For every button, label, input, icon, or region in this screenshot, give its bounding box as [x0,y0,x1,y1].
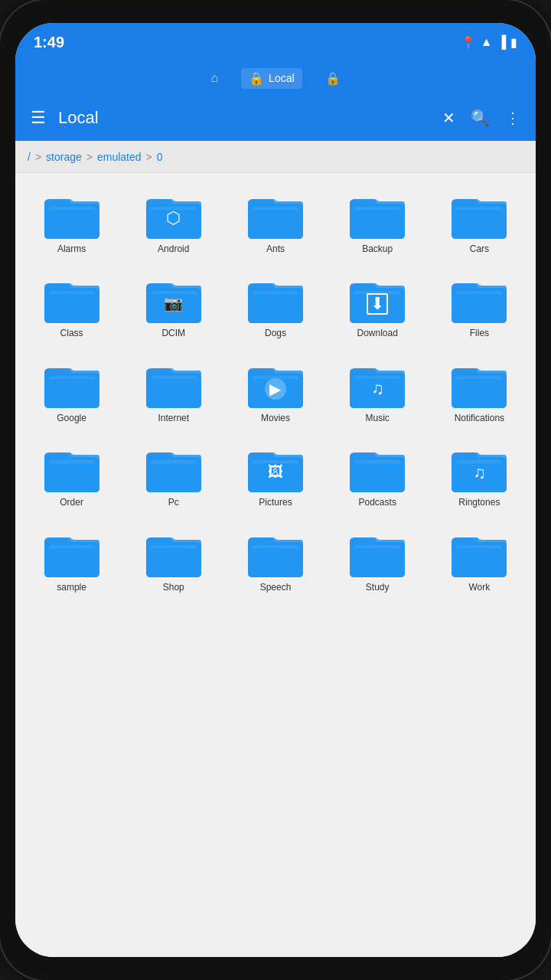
folder-name: Shop [163,582,184,593]
wifi-icon: ▲ [481,35,493,49]
folder-icon-wrap [143,527,204,579]
folder-icon-wrap: ⬡ [143,188,204,240]
folder-name: Android [158,243,189,254]
folder-item-notifications[interactable]: Notifications [431,350,528,430]
folder-item-files[interactable]: Files [431,265,528,345]
folder-grid: Alarms ⬡Android Ants Backup Cars [15,173,536,957]
folder-item-ringtones[interactable]: ♫Ringtones [431,434,528,514]
folder-item-speech[interactable]: Speech [227,519,324,599]
breadcrumb: / > storage > emulated > 0 [15,141,536,173]
folder-item-study[interactable]: Study [329,519,426,599]
home-icon: ⌂ [210,71,218,85]
folder-name: Pc [168,497,179,508]
page-title: Local [58,108,430,128]
folder-icon-wrap [448,358,510,410]
folder-name: Ants [266,243,285,254]
folder-item-dogs[interactable]: Dogs [227,265,324,345]
top-actions: ✕ 🔍 ⋮ [442,109,520,127]
menu-icon[interactable]: ☰ [31,108,46,128]
tab-local[interactable]: 🔒 Local [241,68,302,89]
folder-name: Work [469,582,491,593]
more-button[interactable]: ⋮ [505,109,520,127]
folder-icon-wrap [245,188,306,240]
folder-name: Internet [158,413,189,423]
folder-name: Ringtones [458,497,500,508]
breadcrumb-emulated[interactable]: emulated [97,151,142,163]
top-bar: ☰ Local ✕ 🔍 ⋮ [15,95,536,141]
folder-name: Study [366,582,390,593]
breadcrumb-sep3: > [146,151,152,163]
folder-icon-wrap: 🖼 [245,442,306,494]
folder-item-sample[interactable]: sample [23,519,120,599]
folder-icon-wrap [448,188,510,240]
folder-name: Google [57,413,86,423]
folder-icon-wrap: ▶ [245,358,306,410]
folder-name: Podcasts [359,497,396,508]
close-button[interactable]: ✕ [442,109,455,127]
folder-name: Movies [261,413,290,423]
folder-name: Speech [260,582,292,593]
signal-icon: ▐ [497,35,506,49]
folder-item-shop[interactable]: Shop [125,519,222,599]
folder-item-backup[interactable]: Backup [329,181,426,260]
breadcrumb-sep2: > [86,151,93,163]
folder-item-alarms[interactable]: Alarms [23,181,120,260]
battery-icon: ▮ [510,35,517,50]
folder-name: Files [470,328,489,338]
folder-icon-wrap [41,358,103,410]
folder-name: DCIM [161,328,185,338]
phone-frame: 1:49 📍 ▲ ▐ ▮ ⌂ 🔒 Local 🔒 ☰ Local [0,0,551,980]
folder-icon-wrap [448,273,510,325]
folder-name: Music [366,413,390,423]
breadcrumb-root[interactable]: / [28,151,31,163]
folder-item-order[interactable]: Order [23,434,120,514]
folder-icon-wrap [41,273,103,325]
folder-name: Order [60,497,83,508]
phone-screen: 1:49 📍 ▲ ▐ ▮ ⌂ 🔒 Local 🔒 ☰ Local [15,23,536,957]
folder-name: Alarms [57,243,86,254]
folder-icon-wrap: ⬇ [347,273,408,325]
folder-item-work[interactable]: Work [431,519,528,599]
folder-name: sample [57,582,86,593]
folder-name: Cars [470,243,489,254]
tab-home[interactable]: ⌂ [203,68,226,88]
search-button[interactable]: 🔍 [471,109,490,127]
folder-item-music[interactable]: ♫Music [329,350,426,430]
tab-other[interactable]: 🔒 [318,68,348,89]
lock2-icon: 🔒 [325,71,341,86]
breadcrumb-sep1: > [35,151,41,163]
folder-icon-wrap [448,527,510,579]
folder-item-cars[interactable]: Cars [431,181,528,260]
status-icons: 📍 ▲ ▐ ▮ [461,35,517,50]
folder-item-android[interactable]: ⬡Android [125,181,222,260]
tab-bar: ⌂ 🔒 Local 🔒 [15,61,536,95]
folder-item-pictures[interactable]: 🖼Pictures [227,434,324,514]
folder-icon-wrap: 📷 [143,273,204,325]
breadcrumb-storage[interactable]: storage [46,151,82,163]
folder-icon-wrap: ♫ [448,442,510,494]
folder-item-pc[interactable]: Pc [125,434,222,514]
folder-item-podcasts[interactable]: Podcasts [329,434,426,514]
folder-name: Backup [362,243,393,254]
folder-icon-wrap [347,527,408,579]
folder-icon-wrap: ♫ [347,358,408,410]
folder-icon-wrap [347,188,408,240]
folder-name: Class [60,328,83,338]
folder-icon-wrap [41,527,103,579]
status-bar: 1:49 📍 ▲ ▐ ▮ [15,23,536,61]
status-time: 1:49 [34,34,64,51]
folder-icon-wrap [143,358,204,410]
folder-name: Dogs [265,328,286,338]
folder-item-internet[interactable]: Internet [125,350,222,430]
breadcrumb-0[interactable]: 0 [157,151,163,163]
folder-item-google[interactable]: Google [23,350,120,430]
folder-item-download[interactable]: ⬇Download [329,265,426,345]
folder-item-ants[interactable]: Ants [227,181,324,260]
folder-item-dcim[interactable]: 📷DCIM [125,265,222,345]
folder-item-movies[interactable]: ▶Movies [227,350,324,430]
location-icon: 📍 [461,35,476,50]
tab-local-label: Local [269,72,294,84]
folder-name: Download [357,328,398,338]
folder-item-class[interactable]: Class [23,265,120,345]
lock-icon: 🔒 [249,71,264,86]
